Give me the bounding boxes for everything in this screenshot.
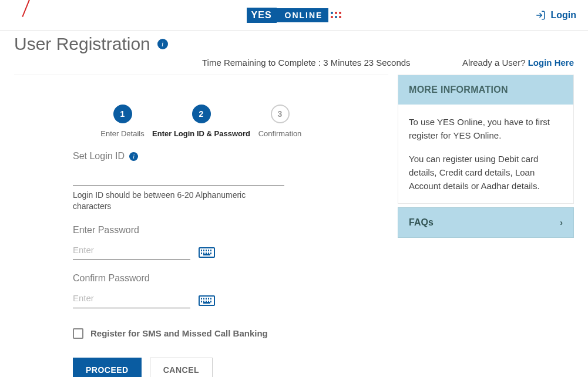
page-title: User Registration i [14,34,168,54]
already-prefix: Already a User? [462,58,528,68]
logo-slash-icon [22,0,31,17]
login-id-input[interactable] [73,166,284,186]
faqs-bar[interactable]: FAQs › [398,207,574,238]
keyboard-icon[interactable] [199,247,215,258]
login-id-info-icon[interactable]: i [129,152,138,161]
step-3: 3 Confirmation [241,105,319,138]
logo: YES ONLINE [247,8,342,23]
keyboard-icon[interactable] [199,295,215,306]
more-info-panel: MORE INFORMATION To use YES Online, you … [398,75,574,204]
step-label-2: Enter Login ID & Password [152,129,250,138]
more-info-body: To use YES Online, you have to first reg… [398,105,573,203]
cancel-button[interactable]: CANCEL [150,358,213,377]
more-info-p2: You can register using Debit card detail… [409,152,563,193]
info-icon[interactable]: i [157,39,168,49]
faqs-label: FAQs [409,217,434,228]
topbar: YES ONLINE Login [0,0,588,31]
password-label: Enter Password [73,225,330,235]
proceed-button[interactable]: PROCEED [73,358,142,377]
page-title-text: User Registration [14,34,150,54]
time-remaining: Time Remaining to Complete : 3 Minutes 2… [202,58,411,68]
login-id-label: Set Login ID i [73,151,330,161]
chevron-right-icon: › [560,218,563,227]
main-card: 1 Enter Details 2 Enter Login ID & Passw… [14,75,388,377]
sms-checkbox[interactable] [73,328,83,339]
password-input[interactable] [73,240,190,260]
sms-checkbox-label: Register for SMS and Missed Call Banking [90,328,268,338]
logo-secondary: ONLINE [277,8,329,22]
login-id-hint: Login ID should be between 6-20 Alphanum… [73,190,267,212]
step-label-3: Confirmation [258,129,302,138]
step-2: 2 Enter Login ID & Password [163,105,240,138]
more-info-header: MORE INFORMATION [398,75,573,105]
step-label-1: Enter Details [100,129,144,138]
logo-dots-icon [331,12,341,18]
sidebar: MORE INFORMATION To use YES Online, you … [398,75,574,238]
logo-primary: YES [247,8,277,23]
step-circle-2: 2 [192,105,211,123]
login-label: Login [550,10,576,21]
step-circle-1: 1 [113,105,132,123]
confirm-password-label: Confirm Password [73,273,330,284]
stepper: 1 Enter Details 2 Enter Login ID & Passw… [84,105,319,138]
more-info-p1: To use YES Online, you have to first reg… [409,115,563,143]
login-id-label-text: Set Login ID [73,151,125,161]
step-1: 1 Enter Details [84,105,162,138]
login-here-link[interactable]: Login Here [528,58,574,68]
already-user-text: Already a User? Login Here [462,58,574,68]
confirm-password-input[interactable] [73,288,190,308]
login-link[interactable]: Login [535,0,576,31]
step-circle-3: 3 [271,105,290,123]
login-icon [535,10,546,21]
